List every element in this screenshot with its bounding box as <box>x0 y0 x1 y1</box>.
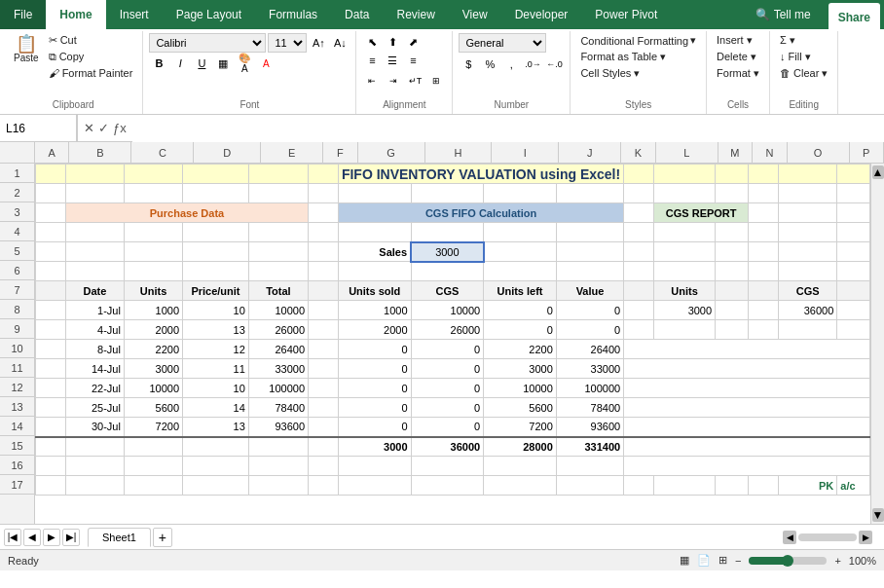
cell-g7[interactable]: Units sold <box>338 281 411 301</box>
cell-f14[interactable] <box>309 418 339 437</box>
cell-i12[interactable]: 10000 <box>484 379 557 398</box>
align-right-button[interactable]: ≡ <box>403 52 423 69</box>
border-button[interactable]: ▦ <box>213 54 233 73</box>
cell-j16[interactable] <box>556 457 623 476</box>
cell-k10[interactable] <box>624 340 870 359</box>
horizontal-scrollbar[interactable]: ◀ ▶ <box>783 531 872 544</box>
cell-n5[interactable] <box>749 242 779 262</box>
font-size-select[interactable]: 11 <box>268 33 307 53</box>
cell-b10[interactable]: 8-Jul <box>65 340 124 359</box>
row-num-17[interactable]: 17 <box>0 475 34 495</box>
format-cells-button[interactable]: Format ▾ <box>713 66 763 81</box>
cell-n7[interactable] <box>749 281 779 301</box>
tab-file[interactable]: File <box>0 0 46 29</box>
cell-d11[interactable]: 11 <box>183 359 249 379</box>
cell-d6[interactable] <box>183 262 249 281</box>
cell-a3[interactable] <box>36 203 66 223</box>
tab-review[interactable]: Review <box>383 0 448 29</box>
cell-j6[interactable] <box>556 262 623 281</box>
add-sheet-button[interactable]: + <box>153 528 172 547</box>
cell-a2[interactable] <box>36 184 66 203</box>
zoom-minus-button[interactable]: − <box>735 555 741 567</box>
align-top-right-button[interactable]: ⬈ <box>403 33 423 51</box>
cell-l17[interactable] <box>654 476 716 496</box>
cell-b15[interactable] <box>65 437 124 457</box>
cell-a9[interactable] <box>36 320 66 340</box>
insert-cells-button[interactable]: Insert ▾ <box>713 33 756 48</box>
col-header-e[interactable]: E <box>261 142 323 163</box>
cell-d8[interactable]: 10 <box>183 301 249 320</box>
cell-f8[interactable] <box>309 301 339 320</box>
percent-button[interactable]: % <box>480 55 499 74</box>
normal-view-button[interactable]: ▦ <box>680 554 689 567</box>
cell-i10[interactable]: 2200 <box>484 340 557 359</box>
cell-b11[interactable]: 14-Jul <box>65 359 124 379</box>
cell-o17[interactable]: PK <box>779 476 837 496</box>
scroll-track[interactable] <box>798 533 857 541</box>
cell-i13[interactable]: 5600 <box>484 398 557 418</box>
col-header-c[interactable]: C <box>131 142 194 163</box>
cell-o8[interactable]: 36000 <box>779 301 837 320</box>
cell-b6[interactable] <box>65 262 124 281</box>
cell-l1[interactable] <box>654 165 716 184</box>
cell-f9[interactable] <box>309 320 339 340</box>
cell-b4[interactable] <box>65 223 124 242</box>
font-color-button[interactable]: A <box>256 54 276 73</box>
col-header-j[interactable]: J <box>559 142 621 163</box>
row-num-14[interactable]: 14 <box>0 417 34 436</box>
cell-g13[interactable]: 0 <box>338 398 411 418</box>
increase-font-button[interactable]: A↑ <box>309 33 328 53</box>
cell-i2[interactable] <box>484 184 557 203</box>
cell-i8[interactable]: 0 <box>484 301 557 320</box>
cell-f7[interactable] <box>309 281 339 301</box>
cell-b14[interactable]: 30-Jul <box>65 418 124 437</box>
cell-h4[interactable] <box>411 223 484 242</box>
conditional-formatting-button[interactable]: Conditional Formatting ▾ <box>576 33 700 48</box>
row-num-6[interactable]: 6 <box>0 261 34 280</box>
cell-a10[interactable] <box>36 340 66 359</box>
cell-g8[interactable]: 1000 <box>338 301 411 320</box>
row-num-1[interactable]: 1 <box>0 164 34 183</box>
cell-i4[interactable] <box>484 223 557 242</box>
currency-button[interactable]: $ <box>459 55 478 74</box>
cell-h11[interactable]: 0 <box>411 359 484 379</box>
cell-j7[interactable]: Value <box>556 281 623 301</box>
cell-o9[interactable] <box>779 320 837 340</box>
cell-n17[interactable] <box>749 476 779 496</box>
col-header-l[interactable]: L <box>656 142 718 163</box>
bold-button[interactable]: B <box>149 54 168 73</box>
tell-me-button[interactable]: 🔍 Tell me <box>742 0 825 29</box>
cell-h15[interactable]: 36000 <box>411 437 484 457</box>
cell-g3[interactable]: CGS FIFO Calculation <box>338 203 623 223</box>
cell-h2[interactable] <box>411 184 484 203</box>
tab-power-pivot[interactable]: Power Pivot <box>581 0 671 29</box>
cell-g4[interactable] <box>338 223 411 242</box>
zoom-plus-button[interactable]: + <box>834 555 840 567</box>
cell-k5[interactable] <box>624 242 654 262</box>
cell-d16[interactable] <box>183 457 249 476</box>
clear-button[interactable]: 🗑 Clear ▾ <box>776 66 831 81</box>
cell-m6[interactable] <box>716 262 749 281</box>
cell-m5[interactable] <box>716 242 749 262</box>
cell-j4[interactable] <box>556 223 623 242</box>
paste-button[interactable]: 📋 Paste <box>10 33 43 65</box>
cell-f16[interactable] <box>309 457 339 476</box>
formula-input[interactable] <box>132 115 884 142</box>
cell-n1[interactable] <box>749 165 779 184</box>
cell-d1[interactable] <box>183 165 249 184</box>
cell-h6[interactable] <box>411 262 484 281</box>
fill-button[interactable]: ↓ Fill ▾ <box>776 50 815 64</box>
cell-o6[interactable] <box>779 262 837 281</box>
col-header-a[interactable]: A <box>35 142 69 163</box>
page-break-view-button[interactable]: ⊞ <box>718 554 727 567</box>
font-name-select[interactable]: Calibri <box>149 33 266 53</box>
align-top-center-button[interactable]: ⬆ <box>383 33 402 51</box>
cell-c6[interactable] <box>124 262 182 281</box>
cell-n3[interactable] <box>749 203 779 223</box>
cell-a6[interactable] <box>36 262 66 281</box>
sheet-tab-sheet1[interactable]: Sheet1 <box>88 528 151 547</box>
cell-h5[interactable]: 3000 <box>411 242 484 262</box>
cell-i14[interactable]: 7200 <box>484 418 557 437</box>
increase-decimal-button[interactable]: .0→ <box>523 55 542 74</box>
tab-view[interactable]: View <box>449 0 501 29</box>
